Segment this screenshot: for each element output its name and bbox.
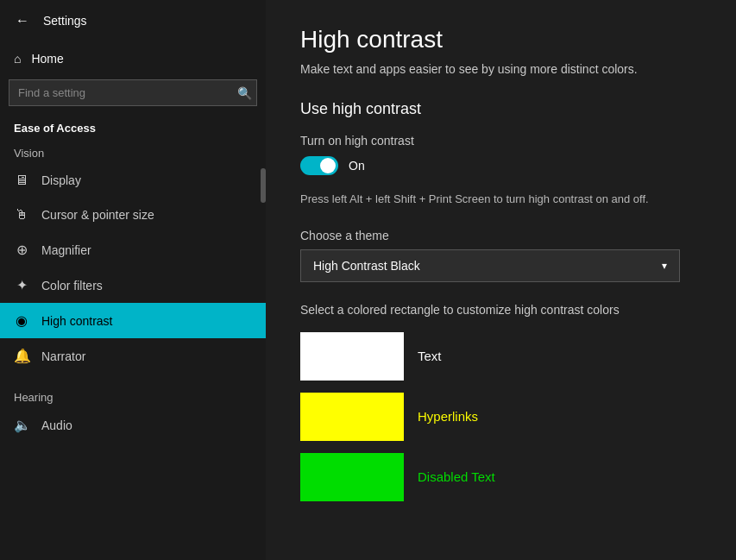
hearing-section-label: Hearing (0, 384, 266, 407)
cursor-icon: 🖱 (14, 207, 29, 223)
scrollbar-thumb[interactable] (261, 168, 266, 203)
sidebar-item-audio[interactable]: 🔈 Audio (0, 407, 266, 443)
home-icon: ⌂ (14, 52, 21, 66)
color-label-hyperlinks: Hyperlinks (418, 409, 478, 424)
shortcut-description: Press left Alt + left Shift + Print Scre… (300, 191, 697, 208)
high-contrast-icon: ◉ (14, 312, 29, 329)
color-row-hyperlinks: Hyperlinks (300, 393, 701, 441)
color-row-disabled-text: Disabled Text (300, 453, 701, 501)
color-row-text: Text (300, 332, 701, 381)
color-label-text: Text (418, 349, 442, 363)
magnifier-label: Magnifier (41, 243, 91, 257)
narrator-label: Narrator (41, 349, 85, 363)
sidebar-item-narrator[interactable]: 🔔 Narrator (0, 338, 266, 374)
vision-section-label: Vision (0, 140, 266, 163)
color-filters-icon: ✦ (14, 277, 29, 293)
titlebar: ← Settings (0, 0, 266, 41)
color-samples: Text Hyperlinks Disabled Text (300, 332, 701, 501)
theme-dropdown[interactable]: High Contrast Black ▾ (300, 249, 680, 282)
sidebar: ← Settings ⌂ Home 🔍 Ease of Access Visio… (0, 0, 266, 560)
color-label-disabled-text: Disabled Text (418, 469, 495, 484)
page-subtitle: Make text and apps easier to see by usin… (300, 62, 701, 76)
search-input[interactable] (9, 79, 257, 106)
toggle-thumb (320, 158, 336, 173)
narrator-icon: 🔔 (14, 348, 29, 364)
sidebar-item-cursor[interactable]: 🖱 Cursor & pointer size (0, 198, 266, 232)
choose-theme-label: Choose a theme (300, 229, 701, 242)
high-contrast-label: High contrast (41, 314, 112, 328)
section-ease-of-access: Ease of Access (0, 113, 266, 140)
magnifier-icon: ⊕ (14, 242, 29, 258)
page-title: High contrast (300, 26, 701, 53)
search-icon: 🔍 (237, 86, 252, 100)
display-label: Display (41, 173, 81, 187)
home-nav-item[interactable]: ⌂ Home (0, 41, 266, 76)
high-contrast-toggle[interactable] (300, 156, 338, 175)
color-filters-label: Color filters (41, 279, 103, 293)
sidebar-item-high-contrast[interactable]: ◉ High contrast (0, 303, 266, 338)
toggle-label: Turn on high contrast (300, 134, 701, 148)
sidebar-item-display[interactable]: 🖥 Display (0, 163, 266, 198)
cursor-label: Cursor & pointer size (41, 208, 154, 222)
toggle-on-label: On (349, 159, 365, 173)
audio-icon: 🔈 (14, 417, 29, 433)
chevron-down-icon: ▾ (662, 260, 667, 272)
color-swatch-text[interactable] (300, 332, 404, 381)
main-content: High contrast Make text and apps easier … (266, 0, 736, 560)
use-high-contrast-heading: Use high contrast (300, 100, 701, 118)
sidebar-item-magnifier[interactable]: ⊕ Magnifier (0, 232, 266, 267)
search-box: 🔍 (9, 79, 257, 106)
back-button[interactable]: ← (10, 9, 35, 33)
sidebar-item-color-filters[interactable]: ✦ Color filters (0, 267, 266, 303)
theme-value: High Contrast Black (313, 259, 420, 273)
customize-label: Select a colored rectangle to customize … (300, 303, 701, 317)
audio-label: Audio (41, 418, 72, 432)
app-title: Settings (43, 14, 87, 28)
toggle-switch-row: On (300, 156, 701, 175)
home-label: Home (31, 52, 63, 66)
color-swatch-hyperlinks[interactable] (300, 393, 404, 441)
color-swatch-disabled-text[interactable] (300, 453, 404, 501)
display-icon: 🖥 (14, 173, 29, 188)
